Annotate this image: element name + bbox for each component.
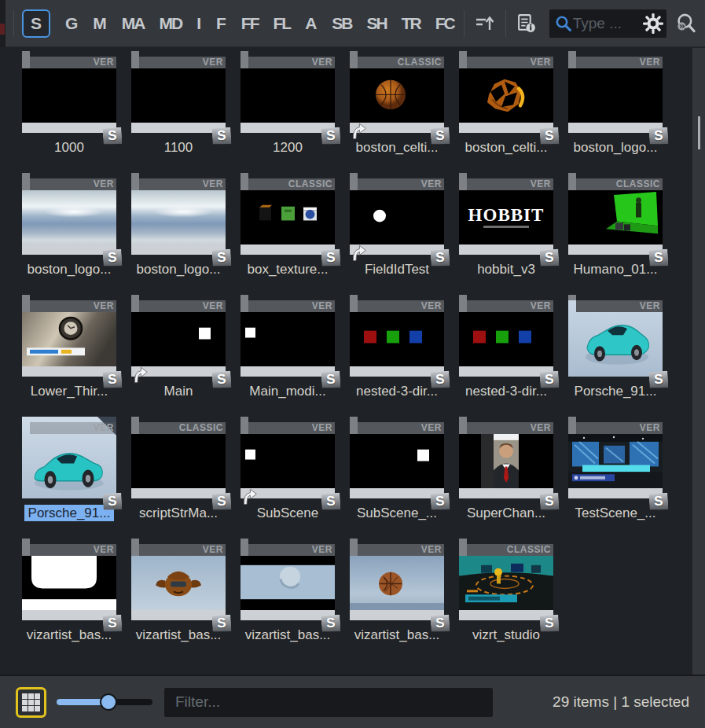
scene-thumbnail[interactable]: VER S (131, 539, 226, 620)
scene-tile[interactable]: VER S Main_modi... (241, 295, 335, 403)
scene-thumbnail[interactable]: VER HOBBIT S (459, 173, 553, 255)
tab-a[interactable]: A (305, 10, 317, 37)
scene-tile[interactable]: CLASSIC S boston_celti... (350, 51, 444, 159)
scene-tile[interactable]: VER S SubScene_... (350, 417, 444, 524)
version-bar: VER (248, 422, 335, 434)
scene-thumbnail[interactable]: VER S (459, 51, 553, 133)
scene-tile[interactable]: VER S TestScene_... (568, 417, 663, 524)
thumb-corner-tab (350, 51, 358, 68)
scene-tile[interactable]: VER S 1200 (241, 51, 335, 159)
grid-view-button[interactable] (16, 687, 46, 718)
scene-thumbnail[interactable]: VER S (131, 295, 226, 377)
search-jump-button[interactable] (674, 12, 697, 35)
scene-label-text: Porsche_91... (24, 505, 115, 521)
scene-tile[interactable]: VER S Main (131, 295, 226, 403)
scene-thumbnail[interactable]: CLASSIC S (350, 51, 444, 133)
tab-md[interactable]: MD (160, 10, 182, 37)
scene-tile[interactable]: VER S boston_celti... (459, 51, 553, 159)
slider-handle[interactable] (100, 693, 117, 711)
search-input[interactable] (573, 15, 643, 32)
tab-s[interactable]: S (22, 9, 50, 38)
gear-icon[interactable] (643, 13, 663, 34)
scrollbar-thumb[interactable] (698, 116, 700, 149)
tab-fc[interactable]: FC (435, 10, 454, 37)
tab-g[interactable]: G (65, 10, 78, 37)
scene-tile[interactable]: CLASSIC S vizrt_studio (459, 539, 553, 646)
scene-thumbnail[interactable]: VER S (459, 417, 553, 498)
scene-thumbnail[interactable]: VER S (241, 295, 335, 377)
scene-tile[interactable]: VER S SuperChan... (459, 417, 553, 524)
scene-thumbnail[interactable]: CLASSIC S (131, 417, 226, 498)
thumbnail-image (22, 556, 116, 610)
scene-thumbnail[interactable]: VER S (22, 295, 116, 377)
scene-thumbnail[interactable]: VER S (22, 539, 116, 620)
scene-thumbnail[interactable]: VER S (459, 295, 553, 377)
thumbnail-image (241, 190, 335, 245)
scene-label-text: 1200 (273, 140, 303, 155)
version-label: VER (203, 544, 226, 556)
scene-tile[interactable]: VER S boston_logo... (568, 51, 663, 159)
vertical-scrollbar[interactable] (692, 48, 705, 675)
scene-tile[interactable]: VER S Porsche_91... (568, 295, 663, 403)
scene-tile[interactable]: VER S nested-3-dir... (350, 295, 444, 403)
scene-thumbnail[interactable]: VER S (568, 295, 663, 377)
tab-ff[interactable]: FF (241, 10, 259, 37)
scene-thumbnail[interactable]: CLASSIC S (459, 539, 553, 620)
thumb-corner-tab (131, 173, 139, 190)
scene-tile[interactable]: CLASSIC S box_texture... (241, 173, 335, 281)
scene-tile[interactable]: VER S vizartist_bas... (241, 539, 335, 646)
scene-tile[interactable]: CLASSIC S Humano_01... (568, 173, 663, 281)
sort-order-button[interactable] (474, 13, 496, 34)
scene-badge: S (648, 492, 668, 510)
scene-tile[interactable]: VER S 1000 (22, 51, 116, 159)
scene-tile[interactable]: VER S FieldIdTest (350, 173, 444, 281)
thumb-bottom-strip (459, 366, 553, 377)
scene-tile[interactable]: VER S nested-3-dir... (459, 295, 553, 403)
scene-thumbnail[interactable]: VER S (22, 51, 116, 133)
tab-i[interactable]: I (196, 10, 201, 37)
scene-thumbnail[interactable]: VER S (568, 417, 663, 498)
scene-thumbnail[interactable]: VER S (22, 173, 116, 255)
scene-tile[interactable]: VER S SubScene (241, 417, 335, 524)
filter-input[interactable] (164, 688, 493, 717)
scene-thumbnail[interactable]: VER S (241, 417, 335, 498)
tab-m[interactable]: M (93, 10, 107, 37)
tab-tr[interactable]: TR (402, 10, 420, 37)
scene-grid-area: VER S 1000 VER S 1100 (0, 48, 692, 675)
scene-thumbnail[interactable]: VER S (241, 51, 335, 133)
scene-label-text: Porsche_91... (575, 384, 657, 399)
tab-sb[interactable]: SB (332, 10, 351, 37)
tab-fl[interactable]: FL (274, 10, 291, 37)
scene-thumbnail[interactable]: VER S (568, 51, 663, 133)
item-info-button[interactable] (516, 13, 537, 34)
thumbnail-size-slider[interactable] (57, 693, 152, 711)
scene-tile[interactable]: VER S vizartist_bas... (131, 539, 226, 646)
scene-tile[interactable]: VER S boston_logo... (22, 173, 116, 281)
scene-tile[interactable]: VER S vizartist_bas... (350, 539, 444, 646)
tab-ma[interactable]: MA (122, 10, 145, 37)
scene-tile[interactable]: VER HOBBIT S hobbit_v3 (459, 173, 553, 281)
divider (505, 10, 506, 37)
scene-tile[interactable]: CLASSIC S scriptStrMa... (131, 417, 226, 524)
scene-tile[interactable]: VER S 1100 (131, 51, 226, 159)
scene-thumbnail[interactable]: VER S (350, 417, 444, 498)
scene-thumbnail[interactable]: VER S (241, 539, 335, 620)
scene-badge: S (211, 614, 231, 632)
tab-sh[interactable]: SH (367, 10, 387, 37)
scene-tile[interactable]: VER S boston_logo... (131, 173, 226, 281)
scene-thumbnail[interactable]: CLASSIC S (568, 173, 663, 255)
scene-tile[interactable]: VER S vizartist_bas... (22, 539, 116, 646)
scene-tile[interactable]: VER S Lower_Thir... (22, 295, 116, 403)
scene-thumbnail[interactable]: VER S (131, 173, 226, 255)
version-label: VER (531, 57, 553, 68)
scene-thumbnail[interactable]: VER S (131, 51, 226, 133)
tab-f[interactable]: F (216, 10, 226, 37)
sort-order-icon (474, 13, 496, 34)
scene-thumbnail[interactable]: VER S (350, 295, 444, 377)
scene-thumbnail[interactable]: CLASSIC S (241, 173, 335, 255)
scene-thumbnail[interactable]: VER S (350, 173, 444, 255)
scene-thumbnail[interactable]: VER S (350, 539, 444, 620)
scene-thumbnail[interactable]: VER S (22, 417, 116, 498)
scene-tile[interactable]: VER S Porsche_91... (22, 417, 116, 524)
version-label: VER (203, 300, 226, 312)
